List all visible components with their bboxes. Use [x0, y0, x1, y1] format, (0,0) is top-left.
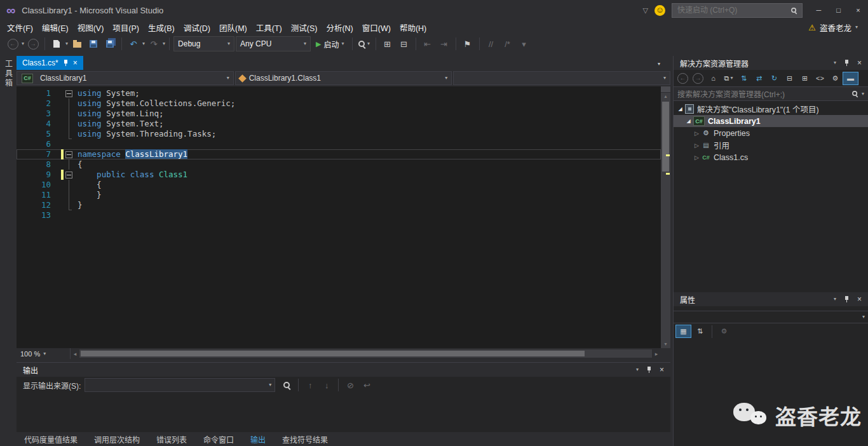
menu-item-analyze[interactable]: 分析(N) — [322, 20, 357, 35]
home-icon[interactable]: ⌂ — [706, 72, 721, 84]
collapse-all-icon[interactable]: ⊟ — [782, 72, 797, 84]
output-content[interactable] — [17, 393, 670, 432]
editor-vertical-scrollbar[interactable]: ▴ ▾ — [661, 86, 670, 348]
redo-button[interactable]: ↷ — [146, 37, 161, 51]
menu-item-team[interactable]: 团队(M) — [215, 20, 252, 35]
sync-with-active-document-icon[interactable]: ⇄ — [752, 72, 766, 84]
properties-object-combo[interactable]: ▾ — [674, 311, 868, 323]
tree-item-solution[interactable]: ◢解决方案"ClassLibrary1"(1 个项目) — [674, 103, 868, 115]
pending-changes-filter-icon[interactable]: ⇅ — [736, 72, 751, 84]
expanded-arrow-icon[interactable]: ◢ — [684, 118, 693, 124]
warning-icon[interactable]: ⚠ — [808, 23, 816, 32]
document-list-caret-icon[interactable]: ▾ — [658, 62, 660, 67]
undo-caret-icon[interactable]: ▾ — [142, 41, 145, 46]
menu-item-edit[interactable]: 编辑(E) — [37, 20, 73, 35]
redo-caret-icon[interactable]: ▾ — [163, 41, 165, 46]
code-line-4[interactable]: 4using System.Text; — [17, 119, 661, 129]
code-editor[interactable]: 1using System;2using System.Collections.… — [17, 86, 670, 348]
panel-tab-call-hierarchy[interactable]: 调用层次结构 — [94, 434, 140, 445]
categorized-icon[interactable]: ▦ — [676, 325, 691, 337]
tab-close-icon[interactable]: × — [73, 59, 78, 67]
collapse-toggle-icon[interactable] — [65, 151, 72, 158]
code-lines[interactable]: 1using System;2using System.Collections.… — [17, 86, 661, 348]
close-icon[interactable]: × — [660, 365, 664, 374]
code-line-5[interactable]: 5using System.Threading.Tasks; — [17, 129, 661, 139]
forward-icon[interactable]: → — [691, 72, 705, 84]
window-position-caret-icon[interactable]: ▾ — [834, 60, 836, 65]
toggle-word-wrap-icon[interactable]: ↩ — [359, 378, 374, 392]
panel-tab-code-metrics[interactable]: 代码度量值结果 — [24, 434, 78, 445]
clear-all-icon[interactable]: ⊘ — [342, 378, 358, 392]
menu-item-project[interactable]: 项目(P) — [108, 20, 144, 35]
pin-icon[interactable] — [844, 295, 850, 303]
code-line-9[interactable]: 9 public class Class1 — [17, 170, 661, 180]
member-list-icon[interactable]: ⊞ — [380, 37, 395, 51]
quick-launch-input[interactable] — [676, 5, 787, 15]
view-code-icon[interactable]: <> — [813, 72, 827, 84]
scroll-down-arrow-icon[interactable]: ▾ — [661, 341, 670, 348]
scroll-up-arrow-icon[interactable]: ▴ — [661, 93, 670, 100]
new-project-caret-icon[interactable]: ▾ — [65, 41, 68, 46]
increase-indent-icon[interactable]: ⇥ — [437, 37, 452, 51]
send-a-smile-icon[interactable]: ☺ — [654, 5, 665, 16]
tree-item-references[interactable]: ▷▤引用 — [674, 139, 868, 151]
minimize-button[interactable]: ─ — [809, 3, 829, 18]
navigate-backward-caret-icon[interactable]: ▾ — [22, 41, 24, 46]
menu-item-help[interactable]: 帮助(H) — [395, 20, 431, 35]
undo-button[interactable]: ↶ — [126, 37, 141, 51]
pin-icon[interactable] — [844, 59, 850, 67]
new-project-button[interactable] — [49, 37, 64, 51]
panel-tab-error-list[interactable]: 错误列表 — [156, 434, 187, 445]
zoom-combo[interactable]: 100 % ▾ — [17, 348, 71, 359]
find-in-files-icon[interactable]: ▾ — [356, 37, 372, 51]
code-line-7[interactable]: 7namespace ClassLibrary1 — [17, 149, 661, 159]
menu-item-file[interactable]: 文件(F) — [3, 20, 37, 35]
editor-horizontal-scrollbar[interactable] — [79, 349, 652, 358]
menu-item-build[interactable]: 生成(B) — [144, 20, 179, 35]
menu-item-window[interactable]: 窗口(W) — [358, 20, 395, 35]
find-message-icon[interactable] — [279, 378, 294, 392]
collapsed-arrow-icon[interactable]: ▷ — [693, 142, 701, 149]
type-dropdown[interactable]: ClassLibrary1.Class1 ▾ — [235, 71, 452, 85]
panel-tab-command-window[interactable]: 命令窗口 — [203, 434, 234, 445]
feedback-icon[interactable]: ▽ — [643, 6, 648, 15]
collapse-toggle-icon[interactable] — [65, 172, 72, 179]
tree-item-project-classlibrary1[interactable]: ◢C#ClassLibrary1 — [674, 115, 868, 127]
fold-margin[interactable] — [64, 149, 74, 159]
property-pages-icon[interactable]: ⚙ — [717, 325, 731, 337]
search-caret-icon[interactable]: ▾ — [862, 91, 864, 97]
code-line-6[interactable]: 6 — [17, 139, 661, 149]
code-line-3[interactable]: 3using System.Linq; — [17, 109, 661, 119]
close-icon[interactable]: × — [857, 58, 862, 67]
uncomment-selection-icon[interactable]: /* — [500, 37, 515, 51]
show-all-files-icon[interactable]: ⊞ — [797, 72, 812, 84]
project-dropdown[interactable]: C# ClassLibrary1 ▾ — [17, 71, 234, 85]
menu-item-test[interactable]: 测试(S) — [287, 20, 322, 35]
decrease-indent-icon[interactable]: ⇤ — [420, 37, 435, 51]
user-account-button[interactable]: 盗香老龙 — [820, 22, 851, 34]
save-all-button[interactable] — [102, 37, 118, 51]
preview-selected-items-icon[interactable]: ▬ — [843, 72, 858, 84]
code-line-13[interactable]: 13 — [17, 210, 661, 220]
platform-combo[interactable]: Any CPU ▾ — [236, 36, 311, 51]
toolbox-tab[interactable]: 工具箱 — [3, 60, 14, 88]
collapse-toggle-icon[interactable] — [65, 90, 72, 97]
menu-item-tools[interactable]: 工具(T) — [252, 20, 287, 35]
close-icon[interactable]: × — [857, 295, 862, 304]
pin-icon[interactable] — [63, 59, 69, 67]
member-dropdown[interactable]: ▾ — [453, 71, 670, 85]
collapsed-arrow-icon[interactable]: ▷ — [693, 154, 701, 161]
window-position-caret-icon[interactable]: ▾ — [636, 367, 639, 372]
properties-icon[interactable]: ⚙ — [828, 72, 843, 84]
fold-margin[interactable] — [64, 88, 74, 98]
quick-launch-box[interactable] — [672, 3, 803, 18]
navigate-forward-button[interactable]: → — [25, 37, 41, 51]
solution-search-box[interactable]: 搜索解决方案资源管理器(Ctrl+;) ▾ — [674, 86, 868, 101]
navigate-backward-button[interactable]: ← — [5, 37, 20, 51]
fold-margin[interactable] — [64, 170, 74, 180]
scrollbar-thumb[interactable] — [81, 351, 585, 356]
call-hierarchy-icon[interactable]: ⊟ — [397, 37, 412, 51]
code-line-8[interactable]: 8{ — [17, 159, 661, 170]
code-line-10[interactable]: 10 { — [17, 180, 661, 190]
scroll-right-arrow-icon[interactable]: ▸ — [652, 351, 661, 357]
